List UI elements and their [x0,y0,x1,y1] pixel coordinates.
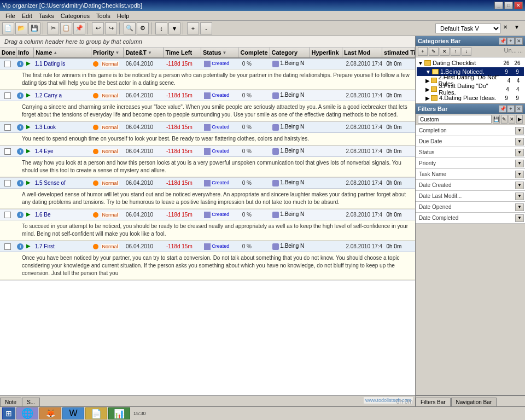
cat-delete-button[interactable]: ✕ [440,47,450,56]
filter-dropdown-arrow[interactable]: ▼ [515,149,524,156]
col-header-hyperlink[interactable]: Hyperlink [310,48,342,57]
minimize-button[interactable]: _ [494,2,503,9]
taskbar-app-4[interactable]: 📄 [85,407,107,419]
filters-close-button[interactable]: ✕ [515,105,523,113]
filter-dropdown-arrow[interactable]: ▼ [515,192,524,200]
task-row[interactable]: i ▶ 1.1 Dating is Normal 06.04.2010 -118… [0,59,415,69]
task-row[interactable]: i ▶ 1.7 First Normal 06.04.2010 -118d 15… [0,241,415,252]
task-checkbox[interactable] [4,243,11,250]
col-header-name[interactable]: Name ▲ [34,48,91,57]
tab-s[interactable]: S... [22,398,40,406]
task-name-cell[interactable]: 1.3 Look [33,124,91,131]
taskbar-app-2[interactable]: 🦊 [39,407,61,419]
filter-options-button[interactable]: ▼ [514,24,523,33]
menu-tasks[interactable]: Tasks [36,12,57,20]
maximize-button[interactable]: □ [504,2,513,9]
close-button[interactable]: ✕ [514,2,523,9]
filter-row-8[interactable]: Date Completed ▼ [416,213,525,224]
undo-button[interactable]: ↩ [92,22,104,34]
task-row[interactable]: i ▶ 1.6 Be Normal 06.04.2010 -118d 15m C… [0,209,415,220]
col-header-status[interactable]: Status ▼ [201,48,238,57]
filter-clear-button[interactable]: ✕ [503,24,512,33]
task-checkbox[interactable] [4,148,11,155]
filter-dropdown-arrow[interactable]: ▼ [515,214,524,222]
cut-button[interactable]: ✂ [47,22,59,34]
filter-run-button[interactable]: ▶ [516,115,523,124]
filter-row-5[interactable]: Date Created ▼ [416,180,525,191]
filter-dropdown-arrow[interactable]: ▼ [515,171,524,178]
task-row[interactable]: i ▶ 1.5 Sense of Normal 06.04.2010 -118d… [0,178,415,189]
save-button[interactable]: 💾 [28,22,40,34]
categories-close-button[interactable]: ✕ [515,37,523,45]
col-header-info[interactable]: Info [16,48,34,57]
task-checkbox[interactable] [4,61,11,67]
redo-button[interactable]: ↪ [105,22,117,34]
task-name-cell[interactable]: 1.4 Eye [33,148,91,155]
cat-add-button[interactable]: + [418,47,428,56]
tab-navigation-bar[interactable]: Navigation Bar [451,398,497,406]
filters-pin-button[interactable]: 📌 [499,105,506,113]
filter-save-button[interactable]: 💾 [493,115,500,124]
col-header-date[interactable]: Date&T ▼ [124,48,164,57]
col-header-priority[interactable]: Priority ▼ [91,48,124,57]
filter-dropdown-arrow[interactable]: ▼ [515,182,524,189]
col-header-complete[interactable]: Complete [238,48,270,57]
task-row[interactable]: i ▶ 1.4 Eye Normal 06.04.2010 -118d 15m … [0,146,415,157]
filter-row-7[interactable]: Date Opened ▼ [416,202,525,213]
filter-row-0[interactable]: Completion ▼ [416,125,525,136]
filter-dropdown-arrow[interactable]: ▼ [515,160,524,167]
taskbar-app-5[interactable]: 📊 [108,407,130,419]
task-row[interactable]: i ▶ 1.2 Carry a Normal 06.04.2010 -118d … [0,90,415,101]
task-name-cell[interactable]: 1.2 Carry a [33,92,91,99]
cat-item-root[interactable]: ▼ Dating Checklist 26 26 [417,59,524,67]
task-checkbox[interactable] [4,212,11,218]
collapse-button[interactable]: - [200,22,212,34]
copy-button[interactable]: 📋 [60,22,72,34]
filter-row-2[interactable]: Status ▼ [416,147,525,158]
filter-button[interactable]: ▼ [168,22,180,34]
filter-edit-button[interactable]: ✎ [501,115,508,124]
filters-expand-button[interactable]: + [507,105,515,113]
expand-button[interactable]: + [187,22,199,34]
filter-row-6[interactable]: Date Last Modif... ▼ [416,191,525,202]
col-header-done[interactable]: Done [0,48,16,57]
col-header-timeleft[interactable]: Time Left [164,48,201,57]
cat-down-button[interactable]: ↓ [462,47,471,56]
tab-note[interactable]: Note [0,398,21,406]
col-header-lastmod[interactable]: Last Mod [342,48,382,57]
new-task-button[interactable]: 📄 [2,22,14,34]
filter-row-4[interactable]: Task Name ▼ [416,169,525,180]
menu-tools[interactable]: Tools [93,12,114,20]
filter-row-1[interactable]: Due Date ▼ [416,136,525,147]
taskbar-app-3[interactable]: W [62,407,84,419]
task-name-cell[interactable]: 1.1 Dating is [33,60,91,67]
cat-edit-button[interactable]: ✎ [429,47,439,56]
col-header-estimated[interactable]: stimated Tim [382,48,415,57]
task-filter-dropdown[interactable]: Default Task V [435,24,501,33]
task-checkbox[interactable] [4,124,11,131]
cat-item-3[interactable]: ▶ 3.First Dating "Do" Rules. 4 4 [417,85,524,94]
paste-button[interactable]: 📌 [73,22,85,34]
filter-name-input[interactable] [418,115,492,124]
find-button[interactable]: 🔍 [124,22,136,34]
sort-button[interactable]: ↕ [155,22,167,34]
tab-filters-bar[interactable]: Filters Bar [416,398,451,406]
open-button[interactable]: 📂 [15,22,27,34]
cat-up-button[interactable]: ↑ [451,47,460,56]
task-name-cell[interactable]: 1.6 Be [33,211,91,218]
menu-file[interactable]: File [2,12,19,20]
task-name-cell[interactable]: 1.5 Sense of [33,179,91,186]
task-row[interactable]: i ▶ 1.3 Look Normal 06.04.2010 -118d 15m… [0,122,415,133]
filter-row-3[interactable]: Priority ▼ [416,158,525,169]
start-button[interactable]: ⊞ [2,407,15,419]
col-header-category[interactable]: Category [270,48,310,57]
filter-dropdown-arrow[interactable]: ▼ [515,127,524,135]
filter-dropdown-arrow[interactable]: ▼ [515,138,524,145]
filter-delete-button[interactable]: ✕ [509,115,515,124]
task-name-cell[interactable]: 1.7 First [33,243,91,250]
task-checkbox[interactable] [4,180,11,186]
task-checkbox[interactable] [4,92,11,99]
categories-expand-button[interactable]: + [507,37,515,45]
menu-edit[interactable]: Edit [19,12,36,20]
menu-help[interactable]: Help [114,12,133,20]
